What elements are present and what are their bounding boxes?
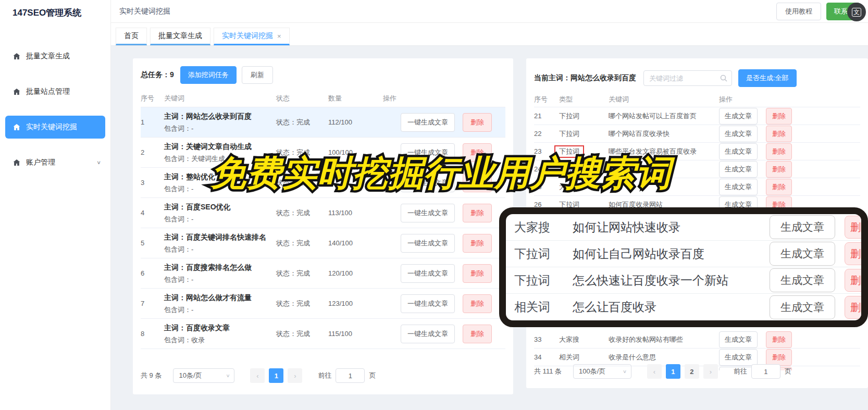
tab[interactable]: 实时关键词挖掘 ×: [214, 28, 290, 45]
goto-page-input[interactable]: [751, 364, 780, 379]
tab-close-icon[interactable]: ×: [277, 32, 281, 40]
delete-button-clipped[interactable]: 删除: [845, 269, 861, 292]
generate-article-button[interactable]: 生成文章: [770, 215, 835, 239]
prev-page-button[interactable]: ‹: [647, 364, 662, 379]
page-number-button[interactable]: 1: [666, 364, 680, 379]
delete-button[interactable]: 删除: [766, 349, 792, 366]
tab-label: 首页: [124, 31, 139, 41]
generate-article-button[interactable]: 一键生成文章: [401, 264, 455, 283]
delete-button[interactable]: 删除: [766, 179, 792, 195]
keywords-toolbar: 当前主词：网站怎么收录到百度 是否生成:全部: [534, 70, 860, 86]
keyword-text: 收录是什么意思: [609, 353, 719, 362]
next-page-button[interactable]: ›: [703, 364, 718, 379]
delete-button[interactable]: 删除: [766, 331, 792, 348]
generate-article-button[interactable]: 一键生成文章: [401, 204, 455, 222]
task-main-word: 主词：百度收录文章: [164, 323, 276, 333]
delete-button[interactable]: 删除: [463, 234, 492, 253]
task-ops: 一键生成文章 删除: [383, 234, 505, 253]
sidebar-item[interactable]: 批量文章生成: [0, 45, 110, 68]
generate-article-button[interactable]: 一键生成文章: [401, 113, 455, 132]
tab-label: 批量文章生成: [158, 31, 202, 41]
total-count: 共 9 条: [141, 371, 162, 380]
generate-article-button[interactable]: 生成文章: [770, 295, 835, 319]
sidebar-item-label: 批量站点管理: [26, 87, 70, 96]
generate-article-button[interactable]: 生成文章: [719, 331, 758, 348]
task-row[interactable]: 7 主词：网站怎么做才有流量 包含词：- 状态：完成 123/100 一键生成文…: [141, 289, 505, 319]
task-ops: 一键生成文章 删除: [383, 325, 505, 343]
generate-article-button[interactable]: 生成文章: [719, 349, 758, 366]
page-number-button[interactable]: 1: [269, 368, 283, 383]
delete-button[interactable]: 删除: [463, 325, 492, 343]
page-number-button[interactable]: 2: [685, 364, 699, 379]
floating-widget-icon[interactable]: 文: [847, 3, 866, 21]
task-count: 112/100: [328, 118, 383, 126]
keyword-type-text: 大家搜: [559, 336, 579, 343]
task-keyword-cell: 主词：百度关键词排名快速排名 包含词：-: [164, 232, 276, 254]
generate-article-button[interactable]: 一键生成文章: [401, 234, 455, 253]
generate-article-button[interactable]: 生成文章: [719, 161, 758, 178]
tabbar: 首页 批量文章生成 实时关键词挖掘 ×: [111, 23, 868, 46]
tab[interactable]: 首页: [116, 28, 147, 45]
keyword-text: 收录好的发帖网站有哪些: [609, 335, 719, 344]
delete-button[interactable]: 删除: [766, 143, 792, 160]
page-size-select[interactable]: 100条/页∨: [573, 364, 631, 379]
delete-button[interactable]: 删除: [766, 108, 792, 125]
delete-button[interactable]: 删除: [766, 161, 792, 178]
generate-article-button[interactable]: 生成文章: [719, 108, 758, 125]
generate-article-button[interactable]: 生成文章: [719, 179, 758, 195]
col-type: 类型: [559, 95, 609, 104]
keyword-filter-input[interactable]: [643, 70, 732, 86]
generate-all-button[interactable]: 是否生成:全部: [738, 69, 797, 87]
goto-unit: 页: [369, 371, 376, 380]
sidebar-item[interactable]: 实时关键词挖掘: [5, 116, 105, 139]
keyword-ops: 生成文章 删除: [719, 108, 860, 125]
task-row[interactable]: 5 主词：百度关键词排名快速排名 包含词：- 状态：完成 140/100 一键生…: [141, 228, 505, 258]
chevron-down-icon[interactable]: ∨: [96, 159, 101, 165]
page-size-select[interactable]: 10条/页∨: [173, 368, 234, 383]
task-row[interactable]: 6 主词：百度搜索排名怎么做 包含词：- 状态：完成 120/100 一键生成文…: [141, 258, 505, 289]
tutorial-button[interactable]: 使用教程: [776, 3, 821, 20]
delete-button[interactable]: 删除: [463, 113, 492, 132]
delete-button[interactable]: 删除: [766, 126, 792, 142]
generate-article-button[interactable]: 生成文章: [770, 242, 835, 266]
task-include-word: 包含词：收录: [164, 336, 276, 345]
task-row[interactable]: 4 主词：百度SEO优化 包含词：- 状态：完成 113/100 一键生成文章 …: [141, 198, 505, 228]
delete-button-clipped[interactable]: 删除: [845, 296, 861, 319]
delete-button-label: 删除: [845, 242, 861, 265]
tab[interactable]: 批量文章生成: [150, 28, 210, 45]
refresh-button[interactable]: 刷新: [242, 66, 273, 84]
keyword-type: 相关词: [559, 353, 609, 362]
home-icon: [13, 52, 21, 60]
delete-button-label: 删除: [845, 216, 861, 239]
task-status: 状态：完成: [276, 118, 328, 127]
current-main-word: 当前主词：网站怎么收录到百度: [534, 73, 636, 83]
next-page-button[interactable]: ›: [288, 368, 302, 383]
keywords-pagination: 共 111 条 100条/页∨ ‹ 12 › 前往 页: [534, 364, 791, 379]
generate-article-button[interactable]: 生成文章: [770, 268, 835, 292]
delete-button-clipped[interactable]: 删除: [845, 242, 861, 265]
task-ops: 一键生成文章 删除: [383, 294, 505, 313]
generate-article-button[interactable]: 一键生成文章: [401, 294, 455, 313]
task-status: 状态：完成: [276, 269, 328, 278]
prev-page-button[interactable]: ‹: [250, 368, 265, 383]
delete-button[interactable]: 删除: [463, 264, 492, 283]
generate-article-button[interactable]: 生成文章: [719, 126, 758, 142]
generate-article-button[interactable]: 一键生成文章: [401, 325, 455, 343]
generate-article-button[interactable]: 生成文章: [719, 143, 758, 160]
col-keyword: 关键词: [164, 94, 276, 103]
goto-page-input[interactable]: [336, 368, 365, 383]
task-row[interactable]: 8 主词：百度收录文章 包含词：收录 状态：完成 115/100 一键生成文章 …: [141, 319, 505, 349]
task-row[interactable]: 1 主词：网站怎么收录到百度 包含词：- 状态：完成 112/100 一键生成文…: [141, 107, 505, 138]
delete-button-clipped[interactable]: 删除: [845, 216, 861, 239]
keywords-table-header: 序号 类型 关键词 操作: [534, 92, 860, 107]
delete-button[interactable]: 删除: [463, 294, 492, 313]
add-task-button[interactable]: 添加挖词任务: [180, 66, 237, 84]
task-count: 140/100: [328, 239, 383, 247]
keyword-type: 下拉词: [559, 111, 609, 121]
sidebar-item[interactable]: 账户管理 ∨: [0, 151, 110, 174]
sidebar-item[interactable]: 批量站点管理: [0, 80, 110, 103]
col-count: 数量: [328, 94, 383, 103]
task-include-word: 包含词：-: [164, 124, 276, 133]
task-main-word: 主词：网站怎么收录到百度: [164, 111, 276, 121]
delete-button[interactable]: 删除: [463, 204, 492, 222]
